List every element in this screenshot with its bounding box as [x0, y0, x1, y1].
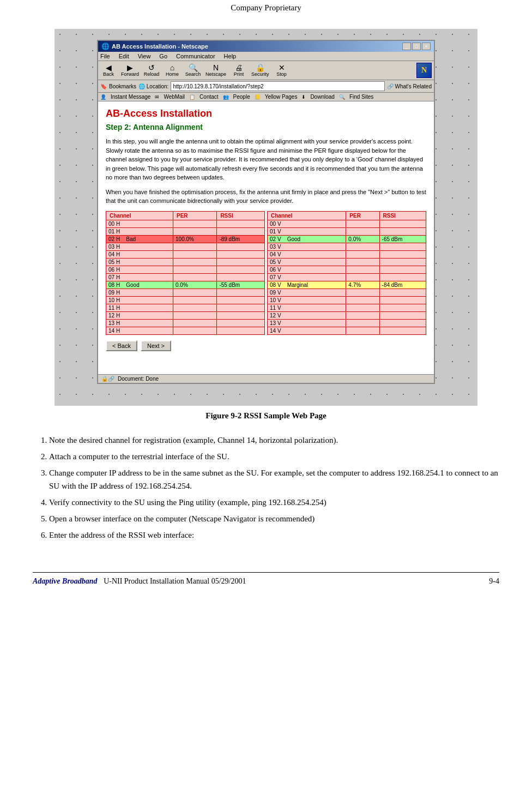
v-channel-table: Channel PER RSSI 00 V 01 V 02 V Good 0.0… — [267, 211, 426, 335]
download[interactable]: Download — [310, 94, 334, 100]
menu-view[interactable]: View — [138, 53, 151, 59]
per-cell — [346, 250, 379, 258]
list-item: Verify connectivity to the SU using the … — [49, 496, 499, 509]
per-cell — [173, 258, 217, 266]
rssi-cell — [217, 266, 265, 273]
instant-message[interactable]: Instant Message — [111, 94, 150, 100]
channel-tables: Channel PER RSSI 00 H 01 H 02 H Bad 100.… — [106, 211, 426, 335]
table-row: 13 H — [106, 319, 265, 327]
rssi-cell — [379, 289, 426, 296]
rssi-cell — [379, 273, 426, 281]
rssi-cell — [217, 304, 265, 311]
per-cell — [346, 258, 379, 266]
footer-subtitle: U-NII Product Installation Manual 05/29/… — [104, 577, 246, 585]
table-row: 12 V — [268, 311, 426, 319]
people[interactable]: People — [233, 94, 250, 100]
rssi-cell — [379, 227, 426, 235]
find-sites[interactable]: Find Sites — [349, 94, 373, 100]
minimize-button[interactable]: _ — [402, 43, 411, 50]
back-label: Back — [103, 71, 114, 77]
per-cell — [346, 304, 379, 311]
stop-button[interactable]: ✕ Stop — [274, 64, 290, 77]
browser-statusbar: 🔒🔗 Document: Done — [98, 374, 434, 383]
rssi-cell — [379, 266, 426, 273]
table-row: 05 H — [106, 258, 265, 266]
menu-edit[interactable]: Edit — [119, 53, 129, 59]
next-nav-button[interactable]: Next > — [141, 340, 171, 351]
rssi-cell: -55 dBm — [217, 281, 265, 289]
channel-cell: 03 V — [268, 243, 346, 250]
yellow-pages[interactable]: Yellow Pages — [265, 94, 298, 100]
per-cell: 0.0% — [346, 235, 379, 243]
rssi-cell — [379, 319, 426, 327]
channel-cell: 12 V — [268, 311, 346, 319]
decorated-area: 🌐 AB Access Installation - Netscape _ □ … — [55, 29, 477, 406]
table-row: 07 V — [268, 273, 426, 281]
description-2: When you have finished the optimisation … — [106, 188, 426, 206]
footer-brand: Adaptive Broadband — [33, 577, 98, 585]
maximize-button[interactable]: □ — [412, 43, 421, 50]
menu-help[interactable]: Help — [224, 53, 237, 59]
netscape-button[interactable]: N Netscape — [205, 64, 226, 77]
v-col-per: PER — [346, 211, 379, 220]
print-button[interactable]: 🖨 Print — [231, 64, 247, 77]
h-col-channel: Channel — [106, 211, 173, 220]
per-cell: 100.0% — [173, 235, 217, 243]
close-button[interactable]: × — [422, 43, 431, 50]
print-icon: 🖨 — [235, 64, 243, 71]
channel-cell: 13 H — [106, 319, 173, 327]
webmail[interactable]: WebMail — [164, 94, 185, 100]
table-row: 11 V — [268, 304, 426, 311]
security-label: Security — [251, 71, 269, 77]
rssi-cell — [379, 311, 426, 319]
table-row: 06 V — [268, 266, 426, 273]
table-row: 01 H — [106, 227, 265, 235]
forward-button[interactable]: ▶ Forward — [121, 64, 139, 77]
browser-window: 🌐 AB Access Installation - Netscape _ □ … — [97, 40, 435, 384]
list-item: Open a browser interface on the computer… — [49, 512, 499, 525]
rssi-cell — [217, 311, 265, 319]
search-label: Search — [185, 71, 201, 77]
menu-go[interactable]: Go — [159, 53, 167, 59]
per-cell — [173, 304, 217, 311]
location-input[interactable] — [171, 81, 384, 91]
per-cell — [346, 311, 379, 319]
home-button[interactable]: ⌂ Home — [164, 64, 180, 77]
menu-communicator[interactable]: Communicator — [176, 53, 215, 59]
table-row: 10 H — [106, 296, 265, 304]
browser-menubar: File Edit View Go Communicator Help — [98, 52, 434, 61]
channel-cell: 12 H — [106, 311, 173, 319]
reload-button[interactable]: ↺ Reload — [143, 64, 160, 77]
per-cell — [346, 227, 379, 235]
table-row: 04 V — [268, 250, 426, 258]
table-row: 02 V Good 0.0% -65 dBm — [268, 235, 426, 243]
menu-file[interactable]: File — [100, 53, 110, 59]
table-row: 04 H — [106, 250, 265, 258]
channel-cell: 04 H — [106, 250, 173, 258]
browser-content: AB-Access Installation Step 2: Antenna A… — [98, 101, 434, 374]
per-cell — [346, 289, 379, 296]
table-row: 02 H Bad 100.0% -89 dBm — [106, 235, 265, 243]
table-row: 10 V — [268, 296, 426, 304]
search-icon: 🔍 — [189, 64, 198, 71]
location-label: 🌐 Location: — [138, 83, 168, 89]
back-button[interactable]: ◀ Back — [100, 64, 117, 77]
footer-page-number: 9-4 — [489, 577, 499, 586]
print-label: Print — [234, 71, 244, 77]
per-cell — [173, 250, 217, 258]
back-nav-button[interactable]: < Back — [106, 340, 137, 351]
table-row: 08 V Marginal 4.7% -84 dBm — [268, 281, 426, 289]
rssi-cell — [379, 304, 426, 311]
security-button[interactable]: 🔒 Security — [251, 64, 269, 77]
channel-cell: 14 H — [106, 327, 173, 334]
browser-controls[interactable]: _ □ × — [402, 43, 431, 50]
search-button[interactable]: 🔍 Search — [185, 64, 201, 77]
whats-related[interactable]: 🔗 What's Related — [387, 83, 432, 89]
channel-cell: 07 V — [268, 273, 346, 281]
rssi-cell — [379, 296, 426, 304]
titlebar-left: 🌐 AB Access Installation - Netscape — [101, 43, 208, 50]
rssi-cell — [379, 220, 426, 227]
channel-cell: 09 V — [268, 289, 346, 296]
contact[interactable]: Contact — [200, 94, 218, 100]
rssi-cell — [217, 327, 265, 334]
